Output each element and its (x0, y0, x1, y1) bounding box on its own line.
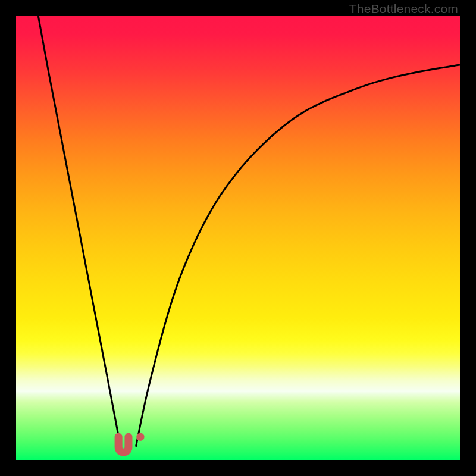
dot-marker (136, 433, 144, 441)
curve-layer (16, 16, 460, 460)
u-marker (118, 437, 129, 452)
chart-frame: TheBottleneck.com (0, 0, 476, 476)
watermark-text: TheBottleneck.com (349, 2, 458, 16)
plot-area (16, 16, 460, 460)
bottleneck-curve-left (38, 16, 120, 447)
bottleneck-curve-right (136, 65, 460, 447)
